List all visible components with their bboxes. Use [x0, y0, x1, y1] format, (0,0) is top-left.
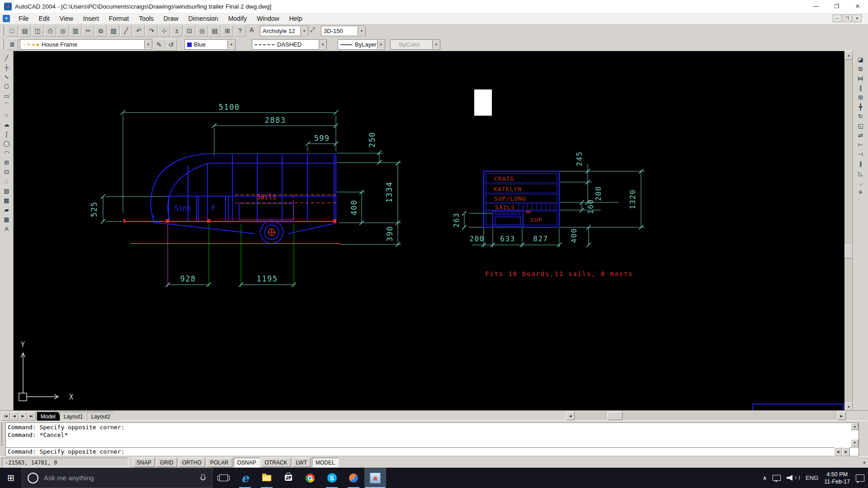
- pan-icon[interactable]: ⊹: [158, 25, 170, 37]
- help-icon[interactable]: ?: [234, 25, 246, 37]
- menu-item[interactable]: View: [55, 14, 78, 23]
- model-space-canvas[interactable]: 5100 2883 599 928 1195 525 250 1334 400 …: [0, 51, 868, 410]
- layer-previous-icon[interactable]: ↺: [165, 39, 177, 51]
- vertical-scrollbar[interactable]: ▲ ▼: [844, 51, 852, 410]
- dim-style-combo[interactable]: 3D-150 ▼: [321, 26, 366, 36]
- chevron-down-icon[interactable]: ▼: [144, 40, 152, 49]
- microphone-icon[interactable]: [201, 474, 206, 482]
- line-icon[interactable]: ╱: [1, 53, 12, 63]
- menu-item[interactable]: Window: [252, 14, 284, 23]
- construction-line-icon[interactable]: ┼: [1, 63, 12, 72]
- status-toggle-button[interactable]: MODEL: [312, 458, 339, 467]
- status-menu-icon[interactable]: ▾: [863, 460, 865, 465]
- rectangle-icon[interactable]: ▭: [1, 91, 12, 101]
- open-icon[interactable]: ▤: [19, 25, 31, 37]
- close-button[interactable]: ✕: [847, 0, 868, 13]
- properties-icon[interactable]: ▤: [209, 25, 221, 37]
- scroll-right-icon[interactable]: ▶: [842, 447, 850, 456]
- scroll-up-icon[interactable]: ▲: [851, 423, 859, 430]
- tab-model[interactable]: Model: [37, 412, 62, 421]
- taskbar-app-chrome[interactable]: [299, 468, 321, 488]
- explode-icon[interactable]: ✳: [855, 188, 866, 197]
- menu-item[interactable]: Modify: [223, 14, 252, 23]
- start-button[interactable]: ⊞: [0, 468, 22, 488]
- extend-icon[interactable]: ⊣: [855, 150, 866, 159]
- status-toggle-button[interactable]: LWT: [292, 458, 311, 467]
- toolbar-grip[interactable]: [1, 26, 4, 36]
- horizontal-scroll-thumb[interactable]: [607, 412, 623, 420]
- insert-block-icon[interactable]: ⊞: [1, 158, 12, 167]
- child-restore-button[interactable]: ❐: [843, 14, 852, 22]
- array-icon[interactable]: ⊞: [855, 93, 866, 102]
- chevron-down-icon[interactable]: ▼: [377, 40, 385, 49]
- plot-preview-icon[interactable]: ◎: [57, 25, 69, 37]
- layer-color-icon[interactable]: ■: [36, 42, 39, 47]
- ellipse-arc-icon[interactable]: ◠: [1, 148, 12, 158]
- text-style-combo[interactable]: Archstyle 12 ▼: [260, 26, 308, 36]
- erase-icon[interactable]: ◪: [855, 55, 866, 64]
- mirror-icon[interactable]: ⋈: [855, 74, 866, 83]
- taskbar-app-media-player[interactable]: ♪: [343, 468, 364, 488]
- tab-nav-button[interactable]: |◀: [1, 412, 10, 421]
- taskbar-app-file-explorer[interactable]: [256, 468, 278, 488]
- command-history[interactable]: Command: Specify opposite corner:Command…: [5, 422, 859, 448]
- publish-icon[interactable]: ▥: [70, 25, 81, 37]
- break-icon[interactable]: ∦: [855, 159, 866, 169]
- menu-item[interactable]: Tools: [134, 14, 159, 23]
- scroll-left-icon[interactable]: ◀: [834, 447, 842, 456]
- zoom-realtime-icon[interactable]: ±: [171, 25, 183, 37]
- point-icon[interactable]: ∴: [1, 177, 12, 186]
- taskbar-app-edge[interactable]: e: [234, 468, 256, 488]
- layer-properties-icon[interactable]: ≣: [6, 38, 18, 50]
- new-icon[interactable]: □: [6, 25, 18, 37]
- child-minimize-button[interactable]: —: [833, 14, 842, 22]
- volume-icon[interactable]: [787, 475, 800, 481]
- scale-icon[interactable]: ◱: [855, 121, 866, 131]
- match-properties-icon[interactable]: ╱: [120, 25, 132, 37]
- lineweight-combo[interactable]: ByLayer ▼: [338, 39, 385, 50]
- mtext-icon[interactable]: A: [1, 224, 12, 234]
- status-toggle-button[interactable]: ORTHO: [179, 458, 205, 467]
- tab-nav-button[interactable]: ▶|: [27, 412, 36, 421]
- layer-lock-icon[interactable]: ●: [32, 42, 35, 47]
- chevron-down-icon[interactable]: ▼: [358, 27, 365, 35]
- stretch-icon[interactable]: ⇄: [855, 131, 866, 140]
- restore-button[interactable]: ❐: [826, 0, 847, 13]
- rotate-icon[interactable]: ↻: [855, 112, 866, 121]
- status-toggle-button[interactable]: GRID: [156, 458, 177, 467]
- copy-icon[interactable]: ⧉: [855, 64, 866, 74]
- scroll-right-icon[interactable]: ▶: [837, 412, 846, 420]
- minimize-button[interactable]: —: [806, 0, 826, 13]
- make-block-icon[interactable]: ⊡: [1, 167, 12, 177]
- move-icon[interactable]: ╋: [855, 102, 866, 112]
- table-icon[interactable]: ▦: [1, 215, 12, 224]
- tab-layout1[interactable]: Layout1: [60, 412, 90, 421]
- action-center-icon[interactable]: [856, 474, 864, 482]
- menu-item[interactable]: Help: [284, 14, 307, 23]
- status-toggle-button[interactable]: OTRACK: [261, 458, 291, 467]
- arc-icon[interactable]: ⌒: [1, 101, 12, 110]
- color-combo[interactable]: Blue ▼: [184, 39, 236, 50]
- hatch-icon[interactable]: ▨: [1, 186, 12, 196]
- layer-thaw-icon[interactable]: ☀: [27, 42, 31, 47]
- undo-icon[interactable]: ↶: [133, 25, 145, 37]
- chamfer-icon[interactable]: ◺: [855, 169, 866, 178]
- circle-icon[interactable]: ○: [1, 110, 12, 120]
- tab-nav-button[interactable]: ▶: [19, 412, 27, 421]
- menu-item[interactable]: Dimension: [184, 14, 223, 23]
- zoom-window-icon[interactable]: ⊡: [184, 25, 195, 37]
- clock[interactable]: 4:50 PM 11-Feb-17: [824, 471, 850, 485]
- taskbar-app-skype[interactable]: S: [321, 468, 343, 488]
- menu-item[interactable]: Format: [104, 14, 134, 23]
- network-icon[interactable]: [773, 475, 781, 481]
- copy-clip-icon[interactable]: ⧉: [95, 25, 107, 37]
- command-window-drag-handle[interactable]: [1, 422, 5, 446]
- tab-nav-button[interactable]: ◀: [10, 412, 19, 421]
- layer-on-icon[interactable]: ○: [23, 42, 25, 47]
- revision-cloud-icon[interactable]: ☁: [1, 120, 12, 129]
- save-icon[interactable]: ◫: [32, 25, 43, 37]
- scroll-left-icon[interactable]: ◀: [566, 412, 575, 420]
- taskbar-app-autocad[interactable]: a: [364, 468, 386, 488]
- child-close-button[interactable]: ✕: [853, 14, 862, 22]
- make-object-layer-current-icon[interactable]: ✎: [153, 39, 165, 51]
